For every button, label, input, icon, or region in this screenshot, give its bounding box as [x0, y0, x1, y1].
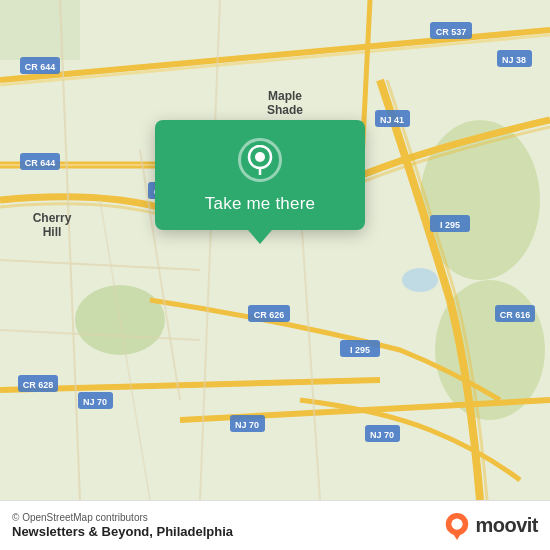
map-background: CR 644 CR 644 CR 537 NJ 41 NJ 38 CR 6 I … [0, 0, 550, 500]
svg-text:CR 628: CR 628 [23, 380, 54, 390]
map-container: CR 644 CR 644 CR 537 NJ 41 NJ 38 CR 6 I … [0, 0, 550, 500]
svg-text:CR 616: CR 616 [500, 310, 531, 320]
svg-text:CR 537: CR 537 [436, 27, 467, 37]
svg-point-5 [402, 268, 438, 292]
svg-text:Maple: Maple [268, 89, 302, 103]
svg-text:CR 626: CR 626 [254, 310, 285, 320]
svg-text:CR 644: CR 644 [25, 62, 56, 72]
svg-point-56 [452, 518, 463, 529]
osm-credit: © OpenStreetMap contributors [12, 512, 233, 523]
svg-rect-4 [0, 0, 80, 60]
svg-text:NJ 70: NJ 70 [370, 430, 394, 440]
svg-text:Hill: Hill [43, 225, 62, 239]
popup-card: Take me there [155, 120, 365, 230]
take-me-there-button[interactable]: Take me there [205, 194, 315, 214]
place-name: Newsletters & Beyond, Philadelphia [12, 524, 233, 539]
svg-text:CR 644: CR 644 [25, 158, 56, 168]
location-pin-icon [247, 145, 273, 175]
svg-point-53 [255, 152, 265, 162]
svg-text:I 295: I 295 [350, 345, 370, 355]
svg-text:NJ 70: NJ 70 [83, 397, 107, 407]
svg-text:NJ 38: NJ 38 [502, 55, 526, 65]
svg-text:NJ 70: NJ 70 [235, 420, 259, 430]
location-icon-circle [238, 138, 282, 182]
moovit-brand-icon [443, 512, 471, 540]
svg-text:Shade: Shade [267, 103, 303, 117]
svg-marker-57 [453, 532, 462, 539]
svg-text:Cherry: Cherry [33, 211, 72, 225]
moovit-text: moovit [475, 514, 538, 537]
svg-text:I 295: I 295 [440, 220, 460, 230]
bottom-bar: © OpenStreetMap contributors Newsletters… [0, 500, 550, 550]
bottom-left: © OpenStreetMap contributors Newsletters… [12, 512, 233, 539]
svg-text:NJ 41: NJ 41 [380, 115, 404, 125]
moovit-logo: moovit [443, 512, 538, 540]
